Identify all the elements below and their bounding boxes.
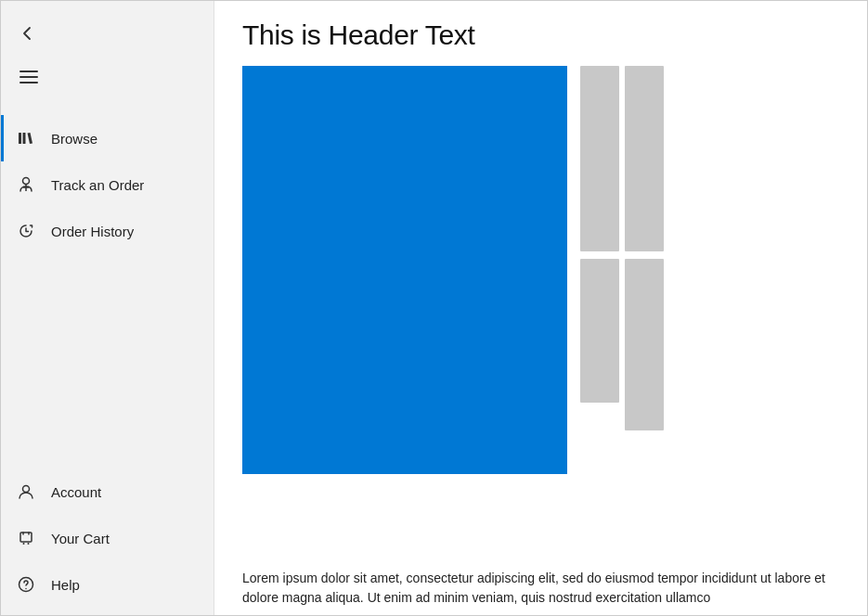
cart-icon xyxy=(16,528,36,548)
thumbnail-4 xyxy=(625,259,664,430)
hamburger-menu-button[interactable] xyxy=(16,63,199,91)
sidebar-item-help-label: Help xyxy=(51,577,80,593)
back-button[interactable] xyxy=(16,18,199,54)
description-text: Lorem ipsum dolor sit amet, consectetur … xyxy=(242,569,839,616)
svg-rect-1 xyxy=(23,133,26,144)
svg-point-2 xyxy=(23,178,30,185)
hamburger-line xyxy=(19,71,38,72)
sidebar: Browse Track an Order xyxy=(1,1,214,616)
thumbnails-column xyxy=(580,66,664,546)
hamburger-line xyxy=(19,82,38,83)
hamburger-line xyxy=(19,76,38,78)
main-content: This is Header Text Lorem ipsum dolor si… xyxy=(214,1,867,616)
nav-bottom: Account Your Cart xyxy=(1,468,214,616)
sidebar-item-track-order[interactable]: Track an Order xyxy=(1,161,214,208)
sidebar-item-browse-label: Browse xyxy=(51,131,97,147)
sidebar-item-help[interactable]: Help xyxy=(1,561,214,608)
thumb-row-top xyxy=(580,66,664,251)
sidebar-item-account[interactable]: Account xyxy=(1,468,214,515)
nav-items: Browse Track an Order xyxy=(1,115,214,616)
hero-image xyxy=(242,66,567,474)
svg-rect-6 xyxy=(20,533,32,542)
thumbnail-2 xyxy=(625,66,664,251)
svg-point-5 xyxy=(23,486,30,493)
sidebar-item-order-history-label: Order History xyxy=(51,224,134,239)
thumbnail-1 xyxy=(580,66,619,251)
content-area xyxy=(242,66,839,546)
sidebar-item-order-history[interactable]: Order History xyxy=(1,208,214,254)
sidebar-item-cart-label: Your Cart xyxy=(51,531,110,546)
svg-point-7 xyxy=(23,543,25,545)
account-icon xyxy=(16,481,36,502)
books-icon xyxy=(16,128,36,148)
help-icon xyxy=(16,574,36,595)
svg-point-10 xyxy=(25,588,27,590)
track-icon xyxy=(16,174,36,195)
svg-point-8 xyxy=(28,543,30,545)
sidebar-item-account-label: Account xyxy=(51,484,101,500)
thumb-row-bottom xyxy=(580,259,664,430)
sidebar-item-browse[interactable]: Browse xyxy=(1,115,214,161)
svg-rect-0 xyxy=(19,133,21,144)
nav-spacer xyxy=(1,254,214,468)
description-area: Lorem ipsum dolor sit amet, consectetur … xyxy=(242,546,839,616)
thumbnail-3 xyxy=(580,259,619,403)
sidebar-item-track-label: Track an Order xyxy=(51,177,144,193)
history-icon xyxy=(16,221,36,241)
sidebar-top xyxy=(1,1,214,115)
page-title: This is Header Text xyxy=(242,19,839,51)
back-arrow-icon xyxy=(19,25,36,46)
sidebar-item-your-cart[interactable]: Your Cart xyxy=(1,515,214,561)
